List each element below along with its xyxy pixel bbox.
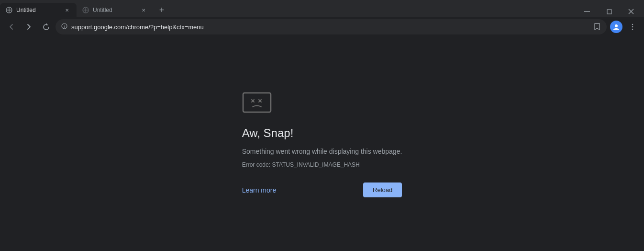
window-controls <box>576 3 644 19</box>
bookmark-icon[interactable] <box>593 23 601 32</box>
titlebar: Untitled ✕ Untitled ✕ + <box>0 0 644 17</box>
svg-rect-7 <box>607 10 611 14</box>
tab-favicon-1 <box>6 7 12 13</box>
svg-rect-6 <box>584 11 590 12</box>
svg-point-14 <box>632 26 633 28</box>
tab-title-1: Untitled <box>16 7 59 13</box>
error-description: Something went wrong while displaying th… <box>242 147 402 157</box>
error-container: Aw, Snap! Something went wrong while dis… <box>233 80 412 207</box>
new-tab-button[interactable]: + <box>155 3 168 17</box>
error-actions: Learn more Reload <box>242 183 402 197</box>
info-icon: i <box>61 23 67 31</box>
svg-point-13 <box>632 24 633 25</box>
svg-point-15 <box>632 29 633 30</box>
tab-close-2[interactable]: ✕ <box>140 6 147 14</box>
toolbar-right <box>609 19 640 34</box>
learn-more-link[interactable]: Learn more <box>242 186 277 194</box>
avatar <box>610 21 622 33</box>
reload-button[interactable] <box>38 19 54 34</box>
address-bar[interactable]: i support.google.com/chrome/?p=help&ctx=… <box>56 19 607 34</box>
error-code: Error code: STATUS_INVALID_IMAGE_HASH <box>242 161 360 168</box>
address-text: support.google.com/chrome/?p=help&ctx=me… <box>71 23 589 31</box>
tab-title-2: Untitled <box>93 7 136 13</box>
page-content: Aw, Snap! Something went wrong while dis… <box>0 36 644 251</box>
browser-toolbar: i support.google.com/chrome/?p=help&ctx=… <box>0 17 644 36</box>
profile-button[interactable] <box>609 19 624 34</box>
tab-close-1[interactable]: ✕ <box>63 6 71 14</box>
error-icon <box>242 90 272 117</box>
tab-2[interactable]: Untitled ✕ <box>77 3 153 17</box>
svg-text:i: i <box>64 24 65 29</box>
menu-button[interactable] <box>625 19 640 34</box>
tab-favicon-2 <box>82 7 89 13</box>
close-button[interactable] <box>620 4 642 19</box>
reload-page-button[interactable]: Reload <box>363 183 402 197</box>
tab-1[interactable]: Untitled ✕ <box>0 3 77 17</box>
forward-button[interactable] <box>21 19 36 34</box>
back-button[interactable] <box>4 19 19 34</box>
maximize-button[interactable] <box>598 4 620 19</box>
svg-point-12 <box>615 24 618 27</box>
svg-rect-16 <box>243 93 271 112</box>
error-title: Aw, Snap! <box>242 126 294 140</box>
minimize-button[interactable] <box>576 4 598 19</box>
